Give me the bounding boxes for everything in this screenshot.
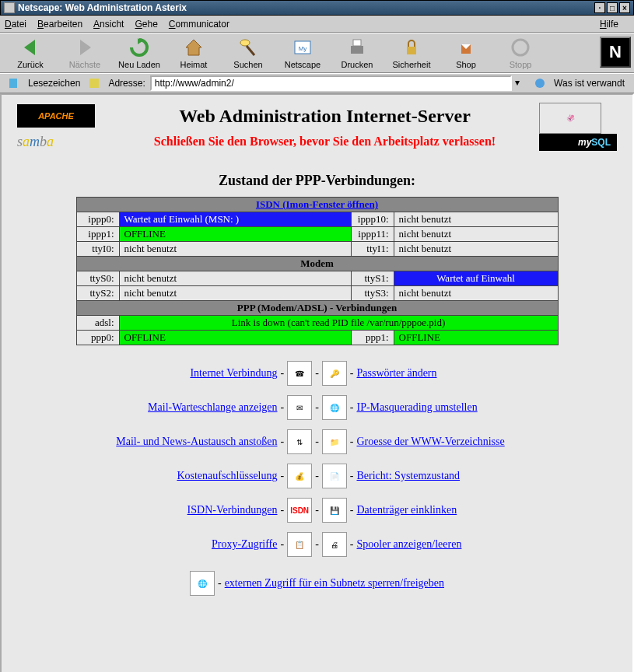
- ippp11-status: nicht benutzt: [394, 227, 558, 242]
- blocked-globe-icon: 🌐: [190, 571, 215, 596]
- link-isdn[interactable]: ISDN-Verbindungen: [187, 504, 278, 516]
- svg-line-5: [247, 46, 254, 55]
- link-mailnews[interactable]: Mail- und News-Austausch anstoßen: [116, 436, 277, 447]
- table-row: ttyS0: nicht benutzt ttyS1: Wartet auf E…: [76, 271, 558, 286]
- stop-button[interactable]: Stopp: [493, 37, 548, 69]
- link-extern[interactable]: externen Zugriff für ein Subnetz sperren…: [225, 577, 444, 590]
- print-button[interactable]: Drucken: [330, 37, 384, 69]
- home-button[interactable]: Heimat: [166, 37, 221, 69]
- ttyI0-status: nicht benutzt: [119, 242, 351, 257]
- svg-rect-15: [89, 79, 99, 88]
- svg-point-16: [535, 79, 545, 88]
- samba-logo: samba: [17, 134, 110, 150]
- menu-ansicht[interactable]: Ansicht: [93, 19, 124, 30]
- content-area: APACHE samba Web Administration Internet…: [0, 93, 634, 672]
- lock-icon: [401, 37, 422, 58]
- svg-rect-10: [407, 47, 416, 54]
- table-row: ippp0: Wartet auf Einwahl (MSN: ) ippp10…: [76, 212, 558, 227]
- ippp10-status: nicht benutzt: [394, 212, 558, 227]
- svg-point-13: [513, 40, 528, 55]
- bookmarks-label[interactable]: Lesezeichen: [28, 78, 80, 89]
- squid-logo: 🦑: [539, 103, 601, 134]
- address-label: Adresse:: [108, 78, 145, 89]
- ttyS2-status: nicht benutzt: [119, 286, 351, 301]
- ppp-header: PPP (Modem/ADSL) - Verbindungen: [76, 301, 558, 316]
- key-icon: 🔑: [322, 361, 347, 386]
- ttyI1-status: nicht benutzt: [394, 242, 558, 257]
- security-button[interactable]: Sicherheit: [384, 37, 439, 69]
- shop-button[interactable]: Shop: [439, 37, 493, 69]
- forward-button[interactable]: Nächste: [58, 37, 112, 69]
- minimize-button[interactable]: ·: [594, 2, 605, 13]
- search-icon: [237, 37, 259, 58]
- isdn-icon: ISDN: [287, 498, 312, 523]
- menu-communicator[interactable]: Communicator: [169, 19, 229, 30]
- window-title: Netscape: Web Administration Asterix: [18, 2, 593, 13]
- link-passwort[interactable]: Passwörter ändern: [357, 367, 437, 379]
- stop-icon: [510, 37, 531, 58]
- modem-header: Modem: [76, 257, 558, 271]
- link-bericht[interactable]: Bericht: Systemzustand: [357, 470, 461, 481]
- link-mailq[interactable]: Mail-Warteschlange anzeigen: [148, 401, 277, 413]
- table-row: adsl: Link is down (can't read PID file …: [76, 316, 558, 331]
- ippp0-status: Wartet auf Einwahl (MSN: ): [119, 212, 351, 227]
- ttyS3-status: nicht benutzt: [394, 286, 558, 301]
- related-label[interactable]: Was ist verwandt: [554, 78, 625, 89]
- back-button[interactable]: Zurück: [3, 37, 58, 69]
- link-wwwsize[interactable]: Groesse der WWW-Verzeichnisse: [357, 436, 505, 447]
- menu-gehe[interactable]: Gehe: [135, 19, 157, 30]
- menu-datei[interactable]: Datei: [5, 19, 26, 30]
- menubar: Datei Bearbeiten Ansicht Gehe Communicat…: [0, 16, 634, 33]
- link-datentraeger[interactable]: Datenträger einklinken: [357, 504, 457, 516]
- isdn-header-link[interactable]: ISDN (Imon-Fenster öffnen): [256, 198, 378, 210]
- mail-icon: ✉: [287, 395, 312, 420]
- home-icon: [183, 37, 205, 58]
- reload-button[interactable]: Neu Laden: [112, 37, 166, 69]
- link-spooler[interactable]: Spooler anzeigen/leeren: [357, 538, 462, 550]
- bookmark-icon[interactable]: [8, 77, 20, 89]
- link-kosten[interactable]: Kostenaufschlüsselung: [177, 470, 277, 481]
- money-icon: 💰: [287, 464, 312, 488]
- window-titlebar: Netscape: Web Administration Asterix · □…: [0, 0, 634, 16]
- netscape-icon: My: [292, 37, 313, 58]
- mysql-logo: mySQL: [539, 134, 617, 151]
- svg-rect-9: [353, 40, 361, 46]
- isdn-header: ISDN (Imon-Fenster öffnen): [76, 198, 558, 212]
- location-bar: Lesezeichen Adresse: ▾ Was ist verwandt: [0, 73, 634, 93]
- page-title: Web Administration Internet-Server: [110, 106, 539, 127]
- shop-icon: [455, 37, 477, 58]
- phone-icon: ☎: [287, 361, 312, 386]
- svg-marker-3: [186, 40, 201, 55]
- app-icon: [4, 2, 15, 13]
- report-icon: 📄: [322, 464, 347, 488]
- table-row: ttyS2: nicht benutzt ttyS3: nicht benutz…: [76, 286, 558, 301]
- menu-bearbeiten[interactable]: Bearbeiten: [37, 19, 82, 30]
- link-proxy[interactable]: Proxy-Zugriffe: [212, 538, 278, 550]
- forward-icon: [74, 37, 96, 58]
- svg-marker-0: [24, 40, 35, 55]
- ippp1-status: OFFLINE: [119, 227, 351, 242]
- address-input[interactable]: [150, 75, 512, 91]
- related-icon[interactable]: [534, 77, 546, 89]
- netscape-logo: N: [600, 37, 631, 68]
- ppp-status-table: ISDN (Imon-Fenster öffnen) ippp0: Wartet…: [76, 197, 559, 345]
- link-ipmasq[interactable]: IP-Masquerading umstellen: [357, 401, 478, 413]
- go-icon[interactable]: ▾: [515, 77, 527, 89]
- ppp0-status: OFFLINE: [119, 331, 351, 345]
- table-row: ppp0: OFFLINE ppp1: OFFLINE: [76, 331, 558, 345]
- netscape-button[interactable]: My Netscape: [275, 37, 330, 69]
- section-title: Zustand der PPP-Verbindungen:: [2, 173, 632, 189]
- adsl-status: Link is down (can't read PID file /var/r…: [119, 316, 558, 331]
- menu-hilfe[interactable]: Hilfe: [600, 19, 618, 30]
- maximize-button[interactable]: □: [607, 2, 618, 13]
- svg-marker-1: [80, 40, 91, 55]
- location-icon: [88, 77, 100, 89]
- apache-logo: APACHE: [17, 104, 95, 128]
- admin-links: Internet Verbindung -☎- 🔑- Passwörter än…: [76, 358, 559, 604]
- search-button[interactable]: Suchen: [221, 37, 275, 69]
- svg-rect-8: [351, 46, 363, 54]
- ttyS0-status: nicht benutzt: [119, 271, 351, 286]
- link-internet[interactable]: Internet Verbindung: [190, 367, 277, 379]
- close-button[interactable]: ×: [619, 2, 630, 13]
- table-row: ttyI0: nicht benutzt ttyI1: nicht benutz…: [76, 242, 558, 257]
